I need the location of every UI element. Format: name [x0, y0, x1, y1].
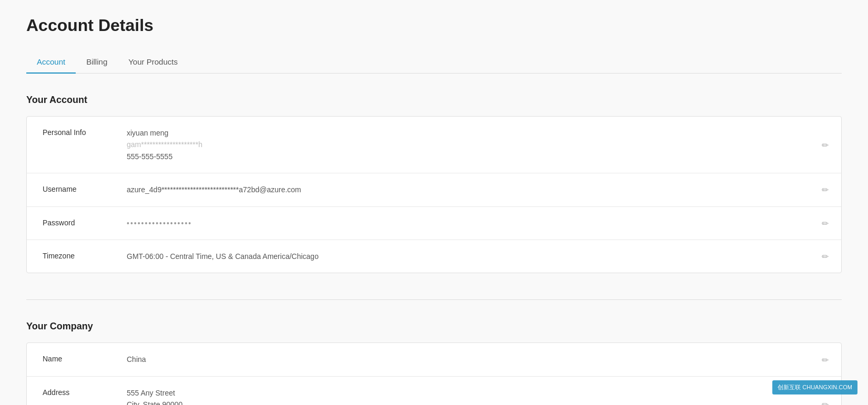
- tab-billing[interactable]: Billing: [76, 51, 118, 74]
- company-name-label: Name: [43, 354, 127, 363]
- company-address-line1: 555 Any Street: [127, 387, 825, 399]
- personal-info-label: Personal Info: [43, 127, 127, 137]
- personal-info-row: Personal Info xiyuan meng gam***********…: [27, 117, 841, 173]
- timezone-edit-button[interactable]: ✏: [820, 250, 831, 264]
- page-title: Account Details: [26, 16, 842, 35]
- password-row: Password •••••••••••••••••• ✏: [27, 207, 841, 240]
- company-name-row: Name China ✏: [27, 343, 841, 376]
- timezone-text: GMT-06:00 - Central Time, US & Canada Am…: [127, 251, 825, 262]
- personal-info-edit-button[interactable]: ✏: [820, 138, 831, 152]
- username-text: azure_4d9***************************a72b…: [127, 184, 825, 195]
- company-name-text: China: [127, 354, 825, 365]
- your-company-card: Name China ✏ Address 555 Any Street City…: [26, 342, 842, 405]
- tab-your-products[interactable]: Your Products: [118, 51, 188, 74]
- page-container: Account Details Account Billing Your Pro…: [0, 0, 868, 405]
- username-row: Username azure_4d9**********************…: [27, 173, 841, 206]
- company-address-line2: City, State 90000: [127, 399, 825, 405]
- password-label: Password: [43, 217, 127, 227]
- username-label: Username: [43, 184, 127, 193]
- watermark: 创新互联 CHUANGXIN.COM: [772, 380, 857, 394]
- tab-account[interactable]: Account: [26, 51, 76, 74]
- your-company-title: Your Company: [26, 321, 842, 332]
- personal-info-value: xiyuan meng gam********************h 555…: [127, 127, 825, 162]
- personal-info-name: xiyuan meng: [127, 127, 825, 139]
- company-name-value: China: [127, 354, 825, 365]
- company-address-edit-button[interactable]: ✏: [820, 398, 831, 405]
- username-value: azure_4d9***************************a72b…: [127, 184, 825, 195]
- timezone-row: Timezone GMT-06:00 - Central Time, US & …: [27, 240, 841, 273]
- your-account-title: Your Account: [26, 95, 842, 106]
- company-name-edit-button[interactable]: ✏: [820, 352, 831, 367]
- company-address-value: 555 Any Street City, State 90000 BT: [127, 387, 825, 405]
- personal-info-email: gam********************h: [127, 139, 825, 150]
- your-account-section: Your Account Personal Info xiyuan meng g…: [26, 95, 842, 273]
- username-edit-button[interactable]: ✏: [820, 183, 831, 197]
- personal-info-phone: 555-555-5555: [127, 151, 825, 162]
- password-text: ••••••••••••••••••: [127, 217, 825, 229]
- timezone-value: GMT-06:00 - Central Time, US & Canada Am…: [127, 251, 825, 262]
- timezone-label: Timezone: [43, 251, 127, 260]
- company-address-label: Address: [43, 387, 127, 397]
- your-account-card: Personal Info xiyuan meng gam***********…: [26, 116, 842, 273]
- password-edit-button[interactable]: ✏: [820, 216, 831, 230]
- your-company-section: Your Company Name China ✏ Address 555 An…: [26, 321, 842, 405]
- section-divider: [26, 299, 842, 300]
- tabs-nav: Account Billing Your Products: [26, 51, 842, 74]
- company-address-row: Address 555 Any Street City, State 90000…: [27, 377, 841, 405]
- password-value: ••••••••••••••••••: [127, 217, 825, 229]
